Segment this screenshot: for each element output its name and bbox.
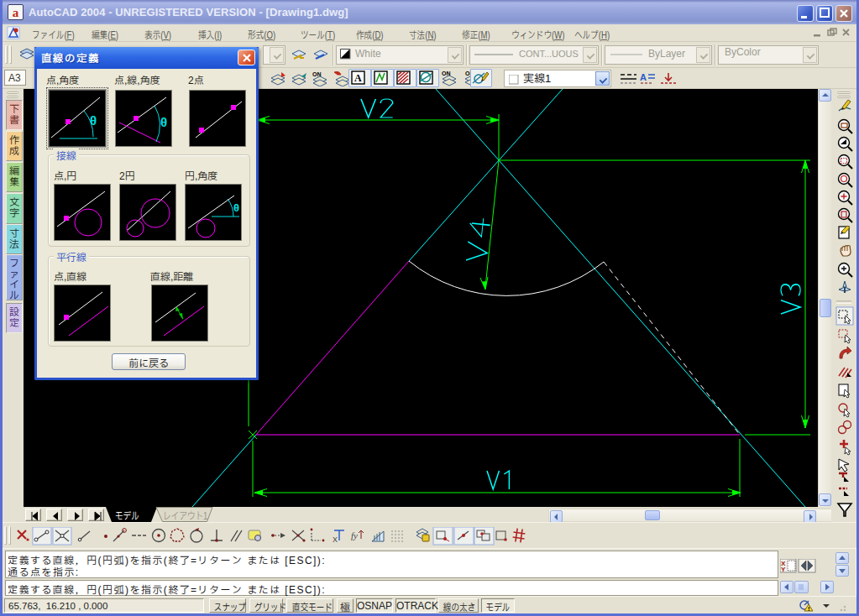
- svg-text:X: X: [333, 535, 338, 544]
- svg-text:θ: θ: [233, 201, 239, 214]
- svg-text:θ: θ: [90, 113, 97, 128]
- svg-text:!: !: [808, 605, 810, 613]
- svg-text:A: A: [354, 72, 362, 84]
- svg-text:Y: Y: [781, 566, 786, 573]
- svg-text:θ: θ: [160, 115, 167, 129]
- svg-text:fy: fy: [351, 530, 358, 540]
- svg-text:A: A: [640, 72, 647, 82]
